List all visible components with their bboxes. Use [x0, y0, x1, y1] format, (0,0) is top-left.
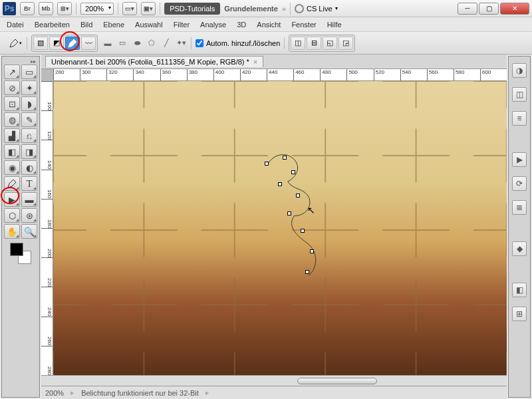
swatches-panel-icon[interactable]: ◫ [512, 87, 527, 102]
hand-tool[interactable]: ✋ [4, 224, 20, 239]
status-message: Belichtung funktioniert nur bei 32-Bit [81, 389, 199, 397]
zoom-select[interactable]: 200% [80, 3, 114, 15]
active-path [53, 81, 507, 375]
brush-tool[interactable]: ✎ [21, 112, 37, 127]
line-shape[interactable]: ╱ [160, 37, 172, 49]
3d-camera-tool[interactable]: ⊛ [21, 208, 37, 223]
crop-tool[interactable]: ⊡ [4, 96, 20, 111]
lasso-tool[interactable]: ⊘ [4, 80, 20, 95]
menu-datei[interactable]: Datei [7, 21, 24, 29]
menu-bild[interactable]: Bild [80, 21, 92, 29]
cursor-icon: ↖ [307, 205, 315, 215]
adjustments-panel-icon[interactable]: ▶ [512, 152, 527, 167]
ruler-horizontal[interactable]: 2803003203403603804004204404604805005205… [53, 69, 507, 81]
menu-hilfe[interactable]: Hilfe [327, 21, 342, 29]
options-bar: ▾ ▧ ◩ 〰 ▬ ▭ ⬬ ⬠ ╱ ✦▾ Autom. hinzuf./lösc… [0, 32, 532, 55]
blur-tool[interactable]: ◉ [4, 160, 20, 175]
shape-tool[interactable]: ▬ [21, 192, 37, 207]
paths-mode[interactable]: ◩ [49, 37, 64, 50]
menu-ebene[interactable]: Ebene [103, 21, 124, 29]
main-area: ▸▸ ↗ ▭ ⊘ ✦ ⊡ ◗ ◍ ✎ ▟ ⎌ ◧ ◨ ◉ ◐ T ▶ ▬ ⬡ ⊛… [0, 55, 532, 399]
layers-panel-icon[interactable]: ◧ [512, 283, 527, 297]
bridge-button[interactable]: Br [20, 2, 35, 15]
titlebar: Ps Br Mb ⊞▾ 200% ▭▾ ▣▾ PSD-Tutorials Gru… [0, 0, 532, 17]
more-icon[interactable]: » [282, 5, 286, 13]
menu-analyse[interactable]: Analyse [200, 21, 226, 29]
shape-layers-mode[interactable]: ▧ [33, 37, 48, 50]
history-panel-icon[interactable]: ⟳ [512, 176, 527, 191]
cslive-button[interactable]: CS Live ▾ [295, 4, 338, 13]
fill-pixels-mode[interactable] [65, 37, 80, 50]
scrollbar-horizontal[interactable] [41, 375, 507, 386]
zoom-value: 200% [85, 5, 104, 13]
color-panel-icon[interactable]: ◑ [512, 63, 527, 78]
path-ops-group: ◫ ⊟ ◱ ◲ [289, 35, 355, 52]
zoom-tool[interactable]: 🔍 [21, 224, 37, 239]
pathop-1[interactable]: ◫ [291, 37, 305, 50]
history-tool[interactable]: ⎌ [21, 128, 37, 143]
pathop-3[interactable]: ◱ [323, 37, 337, 50]
ellipse-shape[interactable]: ⬬ [131, 37, 143, 49]
app-icon: Ps [3, 2, 16, 15]
auto-add-delete-checkbox[interactable]: Autom. hinzuf./löschen [196, 39, 280, 47]
polygon-shape[interactable]: ⬠ [146, 37, 158, 49]
pathop-4[interactable]: ◲ [338, 37, 353, 50]
maximize-button[interactable]: ▢ [479, 3, 499, 15]
rect-shape[interactable]: ▬ [102, 37, 114, 49]
document-area: Unbenannt-1 bei 200% (Fotolia_6111356_M … [41, 55, 507, 399]
fg-color[interactable] [10, 243, 23, 256]
close-tab-icon[interactable]: × [253, 58, 257, 66]
menu-auswahl[interactable]: Auswahl [135, 21, 163, 29]
shape-presets: ▬ ▭ ⬬ ⬠ ╱ ✦▾ [102, 37, 187, 49]
canvas[interactable]: ↖ [53, 81, 507, 375]
status-zoom[interactable]: 200% [45, 389, 64, 397]
menu-bearbeiten[interactable]: Bearbeiten [35, 21, 70, 29]
minimize-button[interactable]: ─ [458, 3, 477, 15]
pen-tool[interactable] [4, 176, 20, 191]
path-select-tool[interactable]: ▶ [4, 192, 20, 207]
navigator-panel-icon[interactable]: ◆ [512, 241, 527, 256]
extras-button[interactable]: ⊞▾ [57, 2, 72, 15]
ruler-vertical[interactable]: 100120140160180200220240260280 [41, 81, 53, 375]
menu-ansicht[interactable]: Ansicht [257, 21, 281, 29]
type-tool[interactable]: T [21, 176, 37, 191]
pathop-2[interactable]: ⊟ [307, 37, 321, 50]
styles-panel-icon[interactable]: ≡ [512, 111, 527, 126]
arrange-button[interactable]: ▭▾ [122, 2, 137, 15]
toolbox: ▸▸ ↗ ▭ ⊘ ✦ ⊡ ◗ ◍ ✎ ▟ ⎌ ◧ ◨ ◉ ◐ T ▶ ▬ ⬡ ⊛… [1, 56, 40, 398]
workspace-tab[interactable]: PSD-Tutorials [164, 3, 220, 15]
close-button[interactable]: ✕ [500, 3, 529, 15]
document-tab-bar: Unbenannt-1 bei 200% (Fotolia_6111356_M … [41, 55, 507, 69]
gradient-tool[interactable]: ◨ [21, 144, 37, 159]
dodge-tool[interactable]: ◐ [21, 160, 37, 175]
heal-tool[interactable]: ◍ [4, 112, 20, 127]
minibridge-button[interactable]: Mb [39, 2, 53, 15]
marquee-tool[interactable]: ▭ [21, 65, 37, 79]
statusbar: 200% ▸ Belichtung funktioniert nur bei 3… [41, 386, 507, 399]
menubar: Datei Bearbeiten Bild Ebene Auswahl Filt… [0, 17, 532, 32]
custom-shape[interactable]: ✦▾ [175, 37, 187, 49]
stamp-tool[interactable]: ▟ [4, 128, 20, 143]
channels-panel-icon[interactable]: ⊞ [512, 307, 527, 321]
freeform-mode[interactable]: 〰 [81, 37, 96, 50]
document-tab[interactable]: Unbenannt-1 bei 200% (Fotolia_6111356_M … [45, 56, 263, 67]
3d-tool[interactable]: ⬡ [4, 208, 20, 223]
roundrect-shape[interactable]: ▭ [116, 37, 128, 49]
menu-fenster[interactable]: Fenster [291, 21, 316, 29]
mode-group: ▧ ◩ 〰 [31, 35, 98, 52]
screenmode-button[interactable]: ▣▾ [141, 2, 156, 15]
workspace-secondary[interactable]: Grundelemente [224, 5, 278, 13]
current-tool-icon[interactable]: ▾ [8, 36, 23, 51]
move-tool[interactable]: ↗ [4, 65, 20, 79]
color-swatches[interactable] [10, 243, 31, 264]
eraser-tool[interactable]: ◧ [4, 144, 20, 159]
panel-dock: ◑ ◫ ≡ ▶ ⟳ ≣ ◆ ◧ ⊞ [508, 56, 531, 398]
wand-tool[interactable]: ✦ [21, 80, 37, 95]
cslive-icon [295, 4, 304, 13]
eyedropper-tool[interactable]: ◗ [21, 96, 37, 111]
menu-filter[interactable]: Filter [174, 21, 190, 29]
actions-panel-icon[interactable]: ≣ [512, 200, 527, 215]
menu-3d[interactable]: 3D [237, 21, 246, 29]
